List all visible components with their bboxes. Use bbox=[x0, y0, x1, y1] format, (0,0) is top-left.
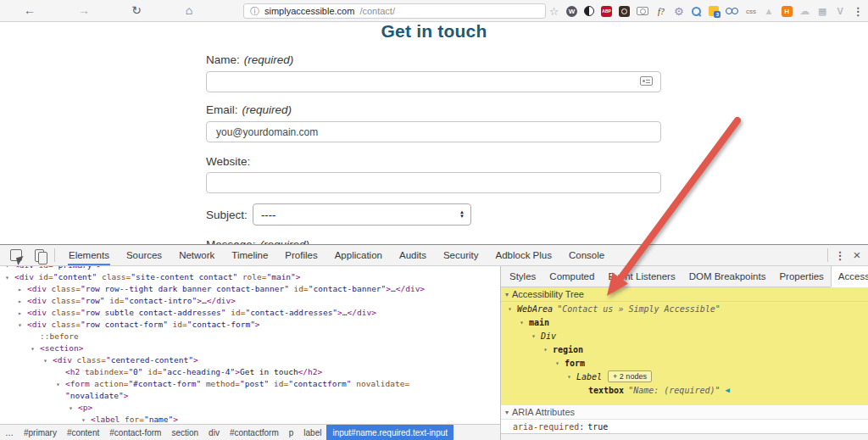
accessibility-tree-row[interactable]: textbox"Name: (required)"◀ bbox=[501, 383, 868, 397]
goggles-extension-icon[interactable] bbox=[726, 8, 738, 14]
disclosure-open-icon[interactable]: ▾ bbox=[56, 379, 65, 390]
accessibility-tree-row[interactable]: ▾region bbox=[501, 343, 868, 356]
triangle-extension-icon[interactable]: ▲ bbox=[764, 5, 775, 18]
elements-tree-row[interactable]: ▸<div class="row row--tight dark banner … bbox=[0, 283, 500, 295]
website-input[interactable] bbox=[206, 172, 661, 193]
font-finder-extension-icon[interactable]: f? bbox=[655, 5, 666, 18]
sidebar-tab-properties[interactable]: Properties bbox=[772, 266, 830, 287]
elements-tree-row[interactable]: ▾<div id="content" class="site-content c… bbox=[0, 271, 500, 283]
devtools-tab-elements[interactable]: Elements bbox=[60, 245, 118, 265]
disclosure-closed-icon[interactable]: ▸ bbox=[18, 296, 27, 307]
disclosure-open-icon[interactable]: ▾ bbox=[567, 373, 576, 381]
accessibility-tree-row[interactable]: ▾Div bbox=[501, 329, 868, 343]
selected-node-arrow-icon: ◀ bbox=[726, 386, 730, 394]
a11y-role: Div bbox=[541, 331, 556, 341]
adblock-plus-extension-icon[interactable]: ABP bbox=[601, 6, 612, 17]
elements-tree-row[interactable]: "novalidate"> bbox=[0, 390, 500, 402]
contrast-extension-icon[interactable] bbox=[584, 6, 594, 16]
cloud-extension-icon[interactable]: ☁ bbox=[799, 5, 810, 18]
accessibility-tree-section-header[interactable]: ▾ Accessibility Tree bbox=[501, 287, 868, 302]
devtools-tab-application[interactable]: Application bbox=[326, 245, 391, 265]
home-button[interactable]: ⌂ bbox=[180, 0, 198, 21]
breadcrumb-item[interactable]: p bbox=[284, 425, 299, 440]
disclosure-closed-icon[interactable]: ▸ bbox=[18, 284, 27, 295]
devtools-tab-audits[interactable]: Audits bbox=[391, 245, 435, 265]
reload-button[interactable]: ↻ bbox=[127, 0, 146, 21]
bookmark-star-icon[interactable]: ☆ bbox=[548, 5, 559, 18]
disclosure-open-icon[interactable]: ▾ bbox=[43, 355, 53, 366]
devtools-tab-network[interactable]: Network bbox=[170, 245, 223, 265]
sidebar-tab-computed[interactable]: Computed bbox=[542, 266, 601, 287]
elements-tree-row[interactable]: ▾<form action="#contact-form" method="po… bbox=[0, 378, 500, 390]
disclosure-closed-icon[interactable]: ▸ bbox=[18, 308, 27, 319]
breadcrumb-item[interactable]: section bbox=[166, 425, 203, 440]
breadcrumb-item[interactable]: #primary bbox=[19, 425, 62, 440]
devtools-menu-icon[interactable]: ⋮ bbox=[834, 245, 846, 266]
calendar-extension-icon[interactable]: 3 bbox=[709, 6, 719, 16]
elements-tree-row[interactable]: ▸<div class="row subtle contact-addresse… bbox=[0, 307, 500, 319]
elements-tree-row[interactable]: <h2 tabindex="0" id="acc-heading-4">Get … bbox=[0, 366, 500, 378]
sidebar-tab-event-listeners[interactable]: Event Listeners bbox=[601, 266, 682, 287]
accessibility-tree-row[interactable]: ▾WebArea"Contact us » Simply Accessible" bbox=[501, 302, 868, 315]
breadcrumb-item[interactable]: div bbox=[203, 425, 225, 440]
devtools-sidebar: StylesComputedEvent ListenersDOM Breakpo… bbox=[500, 266, 868, 440]
elements-tree-row[interactable]: ::before bbox=[0, 331, 500, 343]
back-button[interactable]: ← bbox=[20, 0, 39, 21]
screenshot-lens-extension-icon[interactable] bbox=[619, 6, 630, 17]
breadcrumb-item[interactable]: label bbox=[298, 425, 326, 440]
disclosure-open-icon[interactable]: ▾ bbox=[531, 332, 541, 340]
email-input[interactable] bbox=[206, 121, 661, 142]
pixel-grid-extension-icon[interactable]: ▦ bbox=[817, 5, 828, 18]
disclosure-open-icon[interactable]: ▾ bbox=[31, 343, 40, 354]
devtools-tab-profiles[interactable]: Profiles bbox=[276, 245, 326, 265]
breadcrumb-item[interactable]: #contactform bbox=[225, 425, 284, 440]
v-extension-icon[interactable]: V bbox=[835, 5, 846, 18]
accessibility-tree-row[interactable]: ▾main bbox=[501, 315, 868, 329]
inspect-element-icon[interactable] bbox=[10, 249, 22, 261]
wordpress-extension-icon[interactable]: W bbox=[566, 6, 577, 17]
elements-tree-row[interactable]: ▾<p> bbox=[0, 402, 500, 414]
breadcrumb-item[interactable]: #contact-form bbox=[104, 425, 166, 440]
breadcrumb-item[interactable]: #content bbox=[62, 425, 104, 440]
aria-attributes-section-header[interactable]: ▾ ARIA Attributes bbox=[501, 405, 868, 420]
expand-nodes-chip[interactable]: + 2 nodes bbox=[608, 370, 652, 382]
devtools-tab-adblock-plus[interactable]: Adblock Plus bbox=[487, 245, 559, 265]
camera-extension-icon[interactable] bbox=[637, 7, 648, 15]
elements-tree-row[interactable]: ▸<div class="row" id="contact-intro">…</… bbox=[0, 295, 500, 307]
address-bar[interactable]: ⓘ simplyaccessible.com/contact/ bbox=[243, 3, 546, 19]
devtools-tab-security[interactable]: Security bbox=[435, 245, 487, 265]
disclosure-open-icon[interactable]: ▾ bbox=[18, 320, 27, 331]
accessibility-tree-row[interactable]: ▾form bbox=[501, 356, 868, 370]
devtools-tab-sources[interactable]: Sources bbox=[118, 245, 170, 265]
elements-tree-row[interactable]: ▾<div class="row contact-form" id="conta… bbox=[0, 319, 500, 331]
sidebar-tab-dom-breakpoints[interactable]: DOM Breakpoints bbox=[682, 266, 773, 287]
css-toggle-extension-icon[interactable]: css bbox=[746, 5, 757, 18]
disclosure-open-icon[interactable]: ▾ bbox=[508, 305, 517, 313]
a11y-role: main bbox=[529, 318, 549, 327]
devtools-tab-console[interactable]: Console bbox=[560, 245, 613, 265]
h-badge-extension-icon[interactable]: H bbox=[782, 6, 793, 17]
disclosure-open-icon[interactable]: ▾ bbox=[543, 346, 553, 354]
browser-menu-icon[interactable]: ⋮ bbox=[853, 5, 864, 18]
name-input[interactable] bbox=[206, 71, 661, 92]
autofill-contact-icon[interactable] bbox=[640, 76, 653, 86]
sidebar-tab-styles[interactable]: Styles bbox=[503, 266, 542, 287]
accessibility-tree-row[interactable]: ▾Label+ 2 nodes bbox=[501, 370, 868, 383]
devtools-tab-timeline[interactable]: Timeline bbox=[223, 245, 276, 265]
disclosure-open-icon[interactable]: ▾ bbox=[555, 359, 565, 367]
site-info-icon[interactable]: ⓘ bbox=[250, 7, 259, 16]
magnifier-extension-icon[interactable] bbox=[691, 6, 702, 17]
device-toolbar-icon[interactable] bbox=[35, 249, 44, 262]
elements-tree-row[interactable]: ▾<section> bbox=[0, 343, 500, 354]
elements-tree-row[interactable]: ▾<div class="centered-content"> bbox=[0, 354, 500, 366]
forward-button[interactable]: → bbox=[75, 0, 93, 21]
devtools-close-icon[interactable]: × bbox=[851, 245, 863, 266]
breadcrumb-item[interactable]: … bbox=[0, 425, 19, 440]
subject-select[interactable]: ---- ▲▼ bbox=[253, 203, 471, 226]
disclosure-open-icon[interactable]: ▾ bbox=[69, 403, 78, 414]
sidebar-tab-accessibility[interactable]: Accessibility bbox=[831, 266, 868, 287]
disclosure-open-icon[interactable]: ▾ bbox=[5, 272, 14, 283]
breadcrumb-item-selected[interactable]: input#name.required.text-input bbox=[326, 425, 453, 440]
disclosure-open-icon[interactable]: ▾ bbox=[520, 319, 529, 326]
settings-gear-extension-icon[interactable]: ⚙ bbox=[673, 5, 684, 18]
